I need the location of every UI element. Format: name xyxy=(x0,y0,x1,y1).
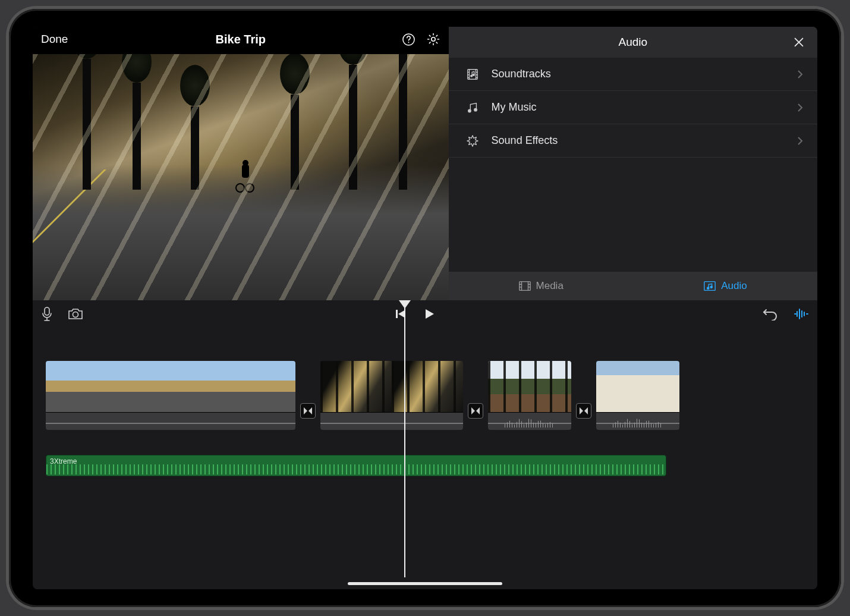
home-indicator[interactable] xyxy=(348,582,502,585)
audio-clip[interactable]: 3Xtreme xyxy=(46,455,666,476)
previous-button[interactable] xyxy=(394,307,407,320)
audio-row-soundeffects[interactable]: Sound Effects xyxy=(449,124,817,158)
transport-bar xyxy=(33,300,817,328)
preview-header: Done Bike Trip xyxy=(33,27,449,52)
svg-rect-14 xyxy=(396,310,398,318)
svg-point-11 xyxy=(710,286,712,288)
preview-pane: Done Bike Trip xyxy=(33,27,449,300)
microphone-icon[interactable] xyxy=(41,306,53,322)
video-preview[interactable] xyxy=(33,54,449,300)
transition-icon[interactable] xyxy=(300,403,316,419)
settings-gear-icon[interactable] xyxy=(426,32,440,46)
svg-point-10 xyxy=(707,287,709,289)
close-icon[interactable] xyxy=(792,36,805,49)
svg-rect-8 xyxy=(519,282,530,291)
video-track[interactable]: 27.0s xyxy=(46,361,804,444)
camera-icon[interactable] xyxy=(67,306,84,322)
svg-rect-9 xyxy=(704,282,715,291)
video-clip[interactable] xyxy=(320,361,463,430)
tab-label: Media xyxy=(536,280,563,292)
video-clip[interactable]: 27.0s xyxy=(596,361,679,430)
audio-note-icon xyxy=(703,280,716,292)
transition-icon[interactable] xyxy=(468,403,483,419)
tab-audio[interactable]: Audio xyxy=(633,272,817,300)
audio-clip-label: 3Xtreme xyxy=(50,457,77,466)
play-button[interactable] xyxy=(423,307,436,320)
svg-point-7 xyxy=(474,108,476,111)
waveform-toggle-icon[interactable] xyxy=(794,307,809,320)
audio-panel-title: Audio xyxy=(618,36,647,49)
video-clip[interactable] xyxy=(46,361,295,430)
playhead-marker[interactable] xyxy=(399,300,411,309)
svg-rect-12 xyxy=(45,307,49,315)
audio-row-soundtracks[interactable]: Soundtracks xyxy=(449,58,817,91)
project-title: Bike Trip xyxy=(216,33,266,46)
tab-media[interactable]: Media xyxy=(449,272,633,300)
preview-subject xyxy=(237,160,254,193)
app-screen: Done Bike Trip xyxy=(33,27,817,589)
audio-panel-header: Audio xyxy=(449,27,817,58)
tracks-container[interactable]: 27.0s 3Xtreme xyxy=(33,328,817,589)
help-icon[interactable] xyxy=(402,33,415,46)
burst-icon xyxy=(463,134,482,147)
film-music-icon xyxy=(463,68,482,81)
chevron-right-icon xyxy=(797,136,803,146)
undo-icon[interactable] xyxy=(763,307,778,320)
ipad-frame: Done Bike Trip xyxy=(9,9,841,607)
svg-point-4 xyxy=(470,75,472,77)
audio-category-list: Soundtracks My Music xyxy=(449,58,817,272)
audio-row-label: Sound Effects xyxy=(492,134,558,147)
playhead-line[interactable] xyxy=(404,305,405,577)
audio-row-mymusic[interactable]: My Music xyxy=(449,91,817,124)
done-button[interactable]: Done xyxy=(41,33,68,46)
chevron-right-icon xyxy=(797,70,803,79)
audio-row-label: My Music xyxy=(492,101,537,114)
video-clip[interactable] xyxy=(488,361,571,430)
chevron-right-icon xyxy=(797,103,803,112)
transition-icon[interactable] xyxy=(576,403,591,419)
svg-point-13 xyxy=(73,312,78,318)
audio-row-label: Soundtracks xyxy=(492,68,551,80)
svg-point-6 xyxy=(468,109,470,112)
svg-point-1 xyxy=(408,42,409,43)
browser-tabs: Media Audio xyxy=(449,272,817,300)
audio-browser-panel: Audio Soundtracks xyxy=(449,27,817,300)
tab-label: Audio xyxy=(721,280,747,292)
svg-point-2 xyxy=(431,37,435,41)
svg-point-5 xyxy=(473,74,474,76)
filmstrip-icon xyxy=(518,280,531,292)
timeline-area: 27.0s 3Xtreme xyxy=(33,300,817,589)
music-note-icon xyxy=(463,101,482,114)
